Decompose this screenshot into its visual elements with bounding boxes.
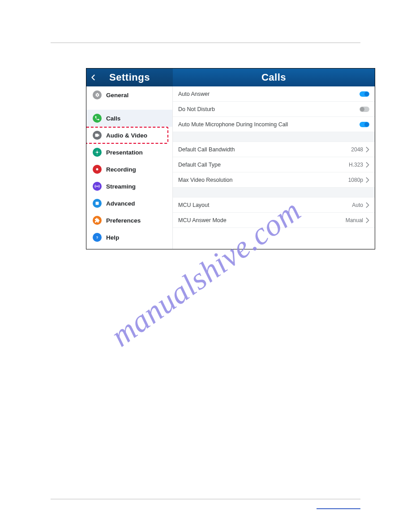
sidebar-item-preferences[interactable]: Preferences [86,212,172,229]
section-spacer [173,188,375,197]
sidebar-item-audio-video[interactable]: Audio & Video [86,127,172,144]
row-value: 1080p [348,177,363,183]
footer-link-underline [317,508,360,509]
sidebar: General Calls Audio & Video Presentation [86,86,173,249]
sidebar-item-label: Audio & Video [106,132,147,139]
streaming-icon [93,182,102,191]
row-auto-answer[interactable]: Auto Answer [173,86,375,102]
row-label: Default Call Type [178,162,221,168]
chevron-right-icon [366,177,369,183]
row-label: Auto Mute Microphone During Incoming Cal… [178,121,288,128]
toggle-icon[interactable] [360,107,369,112]
body: General Calls Audio & Video Presentation [86,86,375,249]
row-mcu-answer-mode[interactable]: MCU Answer Mode Manual [173,213,375,228]
svg-point-0 [96,151,98,153]
row-value: Auto [352,202,363,208]
row-default-bandwidth[interactable]: Default Call Bandwidth 2048 [173,142,375,157]
sidebar-item-label: General [106,92,128,99]
chevron-right-icon [366,162,369,167]
record-icon [93,165,102,174]
row-value: Manual [346,217,363,223]
settings-screenshot: Settings Calls General Calls [86,68,375,249]
toggle-icon[interactable] [360,91,369,97]
section-spacer [173,132,375,142]
row-auto-mute-mic[interactable]: Auto Mute Microphone During Incoming Cal… [173,117,375,132]
sidebar-item-label: Recording [106,166,136,173]
advanced-icon [93,199,102,208]
help-icon: ? [93,233,102,242]
row-default-call-type[interactable]: Default Call Type H.323 [173,157,375,172]
topbar-right: Calls [173,69,375,86]
row-label: MCU Answer Mode [178,217,227,223]
page-top-rule [51,43,360,43]
sidebar-item-label: Presentation [106,149,143,156]
row-label: Default Call Bandwidth [178,146,235,153]
chevron-right-icon [366,218,369,223]
row-do-not-disturb[interactable]: Do Not Disturb [173,102,375,117]
svg-point-2 [97,186,98,187]
sidebar-item-label: Help [106,234,119,241]
topbar-left: Settings [86,69,173,86]
sidebar-item-label: Preferences [106,217,141,224]
row-label: Max Video Resolution [178,177,232,183]
row-label: MCU Layout [178,202,209,208]
toggle-icon[interactable] [360,122,369,127]
chevron-right-icon [366,147,369,152]
sidebar-item-help[interactable]: ? Help [86,229,172,246]
presentation-icon [93,148,102,157]
row-mcu-layout[interactable]: MCU Layout Auto [173,197,375,213]
svg-point-1 [96,168,98,171]
sidebar-item-label: Calls [106,115,120,122]
sidebar-item-general[interactable]: General [86,86,172,103]
chevron-right-icon [366,202,369,208]
topbar: Settings Calls [86,69,375,86]
back-icon[interactable] [90,74,96,81]
sidebar-item-label: Advanced [106,200,135,207]
content-fill [173,228,375,249]
svg-rect-3 [96,202,99,205]
row-max-video-resolution[interactable]: Max Video Resolution 1080p [173,172,375,188]
content-panel: Auto Answer Do Not Disturb Auto Mute Mic… [173,86,375,249]
row-value: H.323 [349,162,363,168]
preferences-icon [93,216,102,225]
sidebar-item-advanced[interactable]: Advanced [86,195,172,212]
svg-text:?: ? [96,236,98,240]
phone-icon [93,114,102,123]
row-label: Do Not Disturb [178,106,215,112]
page-bottom-rule [51,499,360,499]
topbar-right-title: Calls [261,72,286,83]
topbar-left-title: Settings [109,72,150,83]
sidebar-item-calls[interactable]: Calls [86,110,172,127]
gear-icon [93,90,102,99]
camera-icon [93,131,102,140]
row-label: Auto Answer [178,91,210,97]
sidebar-item-presentation[interactable]: Presentation [86,144,172,161]
row-value: 2048 [351,146,363,153]
sidebar-item-label: Streaming [106,183,136,190]
sidebar-item-recording[interactable]: Recording [86,161,172,178]
sidebar-item-streaming[interactable]: Streaming [86,178,172,195]
